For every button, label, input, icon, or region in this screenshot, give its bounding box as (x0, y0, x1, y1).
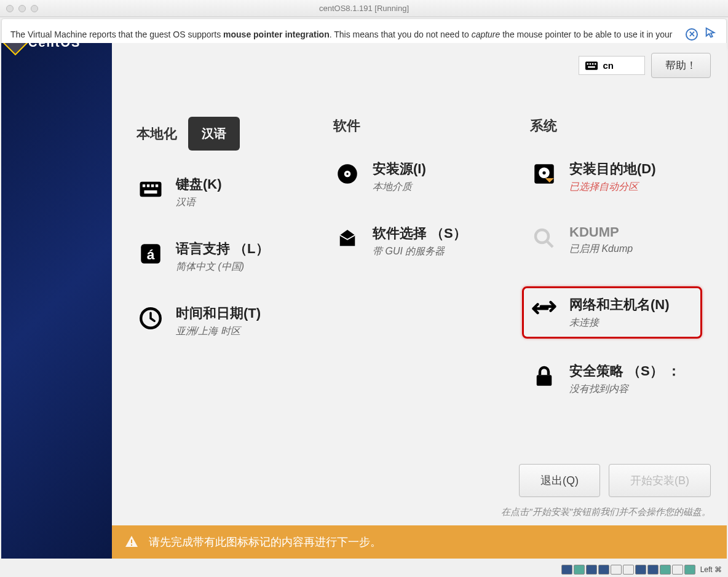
search-icon (530, 224, 558, 253)
svg-rect-24 (131, 544, 132, 546)
vm-viewport: CentOS cn 帮助！ 本地化 汉语 键盘(K)汉语 á (1, 43, 727, 559)
quit-button[interactable]: 退出(Q) (519, 464, 600, 497)
close-info-button[interactable]: ✕ (686, 28, 698, 41)
keyboard-title: 键盘(K) (176, 175, 222, 194)
window-titlebar: centOS8.1.191 [Running] (0, 0, 728, 17)
centos-logo-text: CentOS (28, 43, 81, 50)
language-title: 语言支持 （L） (176, 240, 269, 258)
security-title: 安全策略 （S） ： (569, 362, 681, 380)
svg-point-17 (346, 173, 349, 175)
help-button[interactable]: 帮助！ (651, 53, 711, 78)
info-message: The Virtual Machine reports that the gue… (10, 29, 686, 39)
security-sub: 没有找到内容 (569, 383, 681, 396)
status-display-icon[interactable] (623, 565, 634, 575)
svg-point-21 (536, 230, 548, 243)
begin-install-button[interactable]: 开始安装(B) (609, 464, 711, 497)
harddisk-icon (530, 160, 558, 188)
time-date-item[interactable]: 时间和日期(T)亚洲/上海 时区 (136, 304, 309, 338)
centos-logo-icon (2, 43, 28, 55)
pointer-icon (704, 26, 718, 42)
status-audio-icon[interactable] (647, 565, 659, 575)
clock-icon (136, 304, 165, 332)
svg-rect-6 (140, 182, 162, 197)
network-arrows-icon (530, 296, 558, 324)
source-title: 安装源(I) (373, 160, 426, 178)
lock-icon (530, 362, 558, 390)
svg-point-20 (542, 171, 545, 175)
warning-bar: 请先完成带有此图标标记的内容再进行下一步。 (112, 525, 727, 559)
keyboard-sub: 汉语 (176, 196, 222, 209)
language-sub: 简体中文 (中国) (176, 261, 269, 273)
keyboard-item[interactable]: 键盘(K)汉语 (136, 175, 309, 209)
status-vrde-icon[interactable] (660, 565, 671, 575)
svg-rect-0 (585, 61, 598, 69)
status-hd-icon[interactable] (561, 565, 572, 575)
install-source-item[interactable]: 安装源(I)本地介质 (333, 160, 505, 194)
svg-text:á: á (147, 246, 155, 262)
warning-text: 请先完成带有此图标标记的内容再进行下一步。 (149, 535, 381, 549)
time-sub: 亚洲/上海 时区 (176, 325, 261, 338)
status-clip-icon[interactable] (672, 565, 683, 575)
language-badge: 汉语 (188, 117, 240, 151)
footer-note: 在点击"开始安装"按钮前我们并不会操作您的磁盘。 (501, 506, 711, 518)
status-rec-icon[interactable] (635, 565, 646, 575)
svg-rect-2 (590, 63, 592, 65)
vm-status-bar: Left ⌘ (561, 565, 722, 575)
software-column: 软件 安装源(I)本地介质 软件选择 （S）带 GUI 的服务器 (333, 117, 505, 426)
system-column: 系统 安装目的地(D)已选择自动分区 KDUMP已启用 Kdump 网络和主机名… (530, 117, 702, 426)
time-title: 时间和日期(T) (176, 304, 261, 323)
warning-icon (124, 535, 139, 549)
svg-rect-5 (588, 66, 596, 68)
keyboard-icon (585, 61, 598, 71)
kdump-sub: 已启用 Kdump (569, 243, 633, 256)
svg-rect-11 (144, 190, 157, 194)
kdump-item[interactable]: KDUMP已启用 Kdump (530, 224, 702, 256)
svg-rect-10 (156, 184, 158, 187)
dest-title: 安装目的地(D) (569, 160, 656, 178)
package-icon (333, 224, 362, 253)
host-key-indicator: Left ⌘ (700, 565, 722, 574)
status-drag-icon[interactable] (684, 565, 695, 575)
svg-rect-7 (143, 184, 145, 187)
kdump-title: KDUMP (569, 224, 633, 240)
software-heading: 软件 (333, 117, 505, 135)
installer-summary: 本地化 汉语 键盘(K)汉语 á 语言支持 （L）简体中文 (中国) 时间和日期… (112, 117, 727, 509)
network-hostname-item[interactable]: 网络和主机名(N)未连接 (522, 286, 702, 339)
svg-rect-23 (131, 540, 132, 543)
keyboard-icon (136, 175, 165, 203)
network-sub: 未连接 (569, 316, 670, 329)
system-heading: 系统 (530, 117, 702, 135)
language-icon: á (136, 240, 165, 268)
svg-rect-22 (537, 375, 552, 386)
svg-rect-9 (151, 184, 154, 187)
window-title: centOS8.1.191 [Running] (0, 4, 728, 13)
status-usb-icon[interactable] (598, 565, 609, 575)
keyboard-layout-indicator[interactable]: cn (579, 56, 645, 75)
software-selection-item[interactable]: 软件选择 （S）带 GUI 的服务器 (333, 224, 505, 258)
software-sub: 带 GUI 的服务器 (373, 245, 467, 258)
disc-icon (333, 160, 362, 188)
localization-column: 本地化 汉语 键盘(K)汉语 á 语言支持 （L）简体中文 (中国) 时间和日期… (136, 117, 309, 426)
svg-rect-3 (592, 63, 594, 65)
installer-sidebar: CentOS (1, 43, 112, 559)
svg-rect-8 (147, 184, 149, 187)
svg-rect-4 (595, 63, 596, 65)
status-net-icon[interactable] (586, 565, 597, 575)
centos-logo: CentOS (6, 43, 81, 52)
status-cd-icon[interactable] (574, 565, 585, 575)
localization-heading: 本地化 汉语 (136, 117, 309, 151)
network-title: 网络和主机名(N) (569, 296, 670, 314)
source-sub: 本地介质 (373, 181, 426, 194)
software-title: 软件选择 （S） (373, 224, 467, 243)
install-destination-item[interactable]: 安装目的地(D)已选择自动分区 (530, 160, 702, 194)
dest-sub: 已选择自动分区 (569, 181, 656, 194)
language-support-item[interactable]: á 语言支持 （L）简体中文 (中国) (136, 240, 309, 273)
svg-rect-1 (587, 63, 589, 65)
footer-buttons: 退出(Q) 开始安装(B) (519, 464, 711, 497)
security-policy-item[interactable]: 安全策略 （S） ：没有找到内容 (530, 362, 702, 396)
status-shared-icon[interactable] (611, 565, 622, 575)
